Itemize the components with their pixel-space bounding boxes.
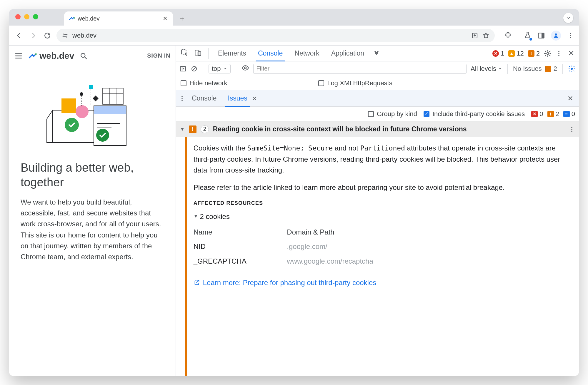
page-hero: Building a better web, together We want …	[9, 66, 176, 271]
svg-point-7	[570, 35, 571, 36]
svg-point-10	[81, 53, 85, 57]
device-toolbar-icon[interactable]	[192, 48, 204, 59]
svg-point-6	[570, 33, 571, 34]
warning-count[interactable]: ▲12	[508, 50, 524, 57]
issue-severity-icon: !	[189, 125, 196, 133]
expand-triangle-icon[interactable]: ▼	[180, 127, 185, 132]
col-domain: Domain & Path	[287, 225, 439, 239]
chrome-menu-icon[interactable]	[567, 32, 574, 39]
console-settings-row: Hide network Log XMLHttpRequests	[176, 76, 579, 90]
inspect-element-icon[interactable]	[179, 48, 190, 59]
hide-network-checkbox[interactable]: Hide network	[181, 79, 227, 87]
tab-elements[interactable]: Elements	[213, 46, 251, 61]
brand-text: web.dev	[39, 51, 74, 61]
svg-marker-12	[47, 110, 53, 143]
issue-description: Cookies with the SameSite=None; Secure a…	[194, 143, 572, 193]
more-tabs-icon[interactable]	[373, 49, 380, 58]
chevron-down-icon	[566, 15, 571, 21]
tab-strip: web.dev ✕ +	[9, 9, 579, 26]
close-window-icon[interactable]	[15, 14, 21, 19]
svg-point-39	[558, 55, 559, 56]
minimize-window-icon[interactable]	[24, 14, 29, 19]
tab-application[interactable]: Application	[327, 46, 369, 61]
tab-network[interactable]: Network	[290, 46, 324, 61]
install-app-icon[interactable]	[471, 32, 478, 39]
severity-stripe	[185, 137, 187, 376]
devtools-status-counters[interactable]: ✕1 ▲12 !2 ✕	[492, 49, 576, 58]
svg-marker-32	[93, 96, 99, 101]
kebab-menu-icon[interactable]	[569, 126, 575, 133]
table-row[interactable]: NID .google.com/	[194, 239, 439, 254]
svg-point-42	[244, 67, 246, 69]
no-issues-label[interactable]: No Issues ! 2	[513, 65, 557, 73]
svg-rect-4	[542, 33, 544, 38]
toolbar-separator	[518, 31, 518, 40]
address-bar[interactable]: web.dev	[56, 29, 495, 42]
clear-console-icon[interactable]	[191, 65, 198, 72]
console-filter-input[interactable]	[253, 64, 467, 74]
site-favicon-icon	[68, 15, 75, 22]
include-third-party-checkbox[interactable]: Include third-party cookie issues	[424, 110, 525, 118]
svg-point-46	[181, 100, 183, 101]
close-issues-tab-icon[interactable]: ✕	[252, 95, 257, 102]
close-drawer-icon[interactable]: ✕	[564, 94, 576, 103]
live-expression-icon[interactable]	[241, 64, 249, 73]
fullscreen-window-icon[interactable]	[33, 14, 38, 19]
back-button[interactable]	[14, 31, 24, 41]
drawer-tab-issues[interactable]: Issues	[223, 90, 252, 106]
sign-in-button[interactable]: SIGN IN	[147, 52, 170, 59]
hero-body: We want to help you build beautiful, acc…	[21, 197, 164, 262]
col-name: Name	[194, 225, 287, 239]
group-by-kind-checkbox[interactable]: Group by kind	[368, 110, 417, 118]
profile-avatar[interactable]	[551, 31, 561, 41]
console-settings-gear-icon[interactable]	[568, 65, 576, 73]
learn-more-link[interactable]: Learn more: Prepare for phasing out thir…	[194, 277, 572, 288]
site-settings-icon[interactable]	[62, 32, 68, 39]
svg-point-9	[35, 53, 37, 55]
svg-point-43	[571, 68, 573, 70]
devtools-panel: Elements Console Network Application ✕1 …	[176, 46, 579, 376]
error-count[interactable]: ✕1	[492, 50, 504, 57]
toggle-sidebar-icon[interactable]	[179, 65, 186, 72]
extensions-icon[interactable]	[504, 32, 512, 39]
kebab-menu-icon[interactable]	[179, 95, 185, 102]
cookies-tree-toggle[interactable]: ▼ 2 cookies	[194, 211, 572, 222]
close-tab-icon[interactable]: ✕	[163, 15, 168, 22]
affected-cookies-table: Name Domain & Path NID .google.com/ _GRE…	[194, 225, 439, 268]
person-icon	[553, 32, 559, 39]
svg-point-1	[66, 36, 67, 37]
table-row[interactable]: _GRECAPTCHA www.google.com/recaptcha	[194, 254, 439, 268]
devtools-tab-bar: Elements Console Network Application ✕1 …	[176, 46, 579, 61]
svg-point-47	[571, 127, 572, 128]
context-selector[interactable]: top	[209, 64, 231, 73]
svg-rect-23	[103, 88, 123, 104]
search-icon[interactable]	[79, 52, 88, 60]
page-viewport: web.dev SIGN IN	[9, 46, 176, 376]
tab-console[interactable]: Console	[253, 46, 287, 61]
browser-tab[interactable]: web.dev ✕	[64, 11, 173, 26]
side-panel-icon[interactable]	[537, 32, 545, 39]
issue-body: Cookies with the SameSite=None; Secure a…	[176, 137, 579, 376]
svg-rect-14	[61, 98, 76, 113]
svg-point-37	[558, 51, 559, 52]
log-xhr-checkbox[interactable]: Log XMLHttpRequests	[318, 79, 392, 87]
svg-point-22	[96, 129, 109, 142]
forward-button[interactable]	[28, 31, 38, 41]
close-devtools-icon[interactable]: ✕	[566, 49, 576, 58]
issues-count[interactable]: !2	[528, 50, 540, 57]
hamburger-icon[interactable]	[14, 51, 23, 60]
reload-button[interactable]	[42, 31, 52, 41]
tab-overflow-button[interactable]	[563, 13, 573, 23]
drawer-tab-console[interactable]: Console	[187, 90, 221, 106]
svg-point-44	[181, 96, 183, 97]
kebab-menu-icon[interactable]	[556, 50, 562, 57]
new-tab-button[interactable]: +	[176, 13, 188, 24]
site-brand[interactable]: web.dev	[28, 51, 74, 61]
svg-point-8	[570, 37, 571, 38]
log-levels-selector[interactable]: All levels	[471, 65, 502, 73]
toolbar-actions	[504, 31, 574, 41]
labs-button[interactable]	[524, 31, 532, 40]
bookmark-star-icon[interactable]	[482, 32, 489, 39]
issue-row-header[interactable]: ▼ ! 2 Reading cookie in cross-site conte…	[176, 121, 579, 137]
gear-icon[interactable]	[544, 50, 552, 57]
